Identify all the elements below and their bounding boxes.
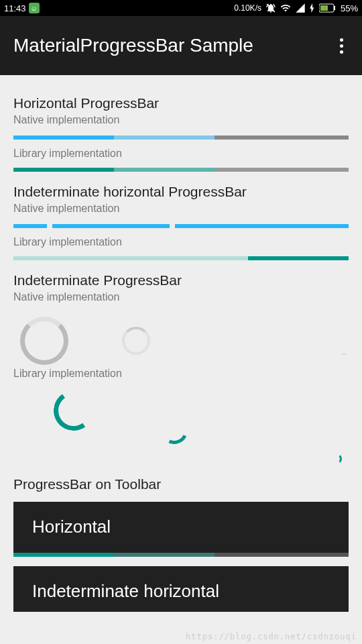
vibrate-icon (265, 3, 276, 13)
status-time: 11:43 (4, 3, 26, 13)
progress-horizontal-native (13, 136, 349, 140)
signal-icon (295, 3, 306, 13)
network-speed: 0.10K/s (234, 3, 261, 13)
toolbar-card-indet: Indeterminate horizontal (13, 566, 349, 612)
label-native: Native implementation (13, 291, 349, 303)
label-library: Library implementation (13, 236, 349, 248)
status-bar: 11:43 ☺ 0.10K/s 55% (0, 0, 362, 16)
section-title-indet-horizontal: Indeterminate horizontal ProgressBar (13, 184, 349, 200)
battery-icon (319, 3, 337, 13)
label-native: Native implementation (13, 203, 349, 215)
app-title: MaterialProgressBar Sample (13, 35, 253, 56)
arc-spinner-small (331, 453, 342, 464)
spinner-large (20, 317, 68, 365)
toolbar-progress (13, 553, 349, 557)
spinner-small (339, 353, 349, 362)
label-library: Library implementation (13, 148, 349, 160)
progress-indet-library (13, 256, 349, 260)
arc-spinner-medium (157, 413, 191, 447)
notification-icon: ☺ (29, 3, 40, 13)
app-bar: MaterialProgressBar Sample (0, 16, 362, 75)
main-content: Horizontal ProgressBar Native implementa… (0, 75, 362, 612)
label-library: Library implementation (13, 368, 349, 380)
progress-indet-native (13, 224, 349, 228)
label-native: Native implementation (13, 114, 349, 126)
battery-percent: 55% (341, 3, 358, 13)
toolbar-title: Indeterminate horizontal (32, 581, 330, 602)
progress-horizontal-library (13, 168, 349, 172)
overflow-menu-icon[interactable] (335, 33, 349, 59)
spinner-row-library (13, 390, 349, 464)
watermark: https://blog.csdn.net/csdnzouqi (186, 632, 357, 641)
wifi-icon (280, 3, 291, 13)
spinner-medium (122, 327, 150, 355)
section-title-toolbar: ProgressBar on Toolbar (13, 476, 349, 492)
svg-rect-3 (320, 5, 328, 11)
section-title-horizontal: Horizontal ProgressBar (13, 95, 349, 111)
charging-icon (310, 3, 315, 13)
section-title-indet: Indeterminate ProgressBar (13, 272, 349, 288)
arc-spinner-large (50, 387, 97, 434)
spinner-row-native (13, 317, 349, 365)
toolbar-card-horizontal: Horizontal (13, 502, 349, 557)
toolbar-title: Horizontal (32, 517, 330, 537)
svg-rect-2 (334, 6, 335, 10)
